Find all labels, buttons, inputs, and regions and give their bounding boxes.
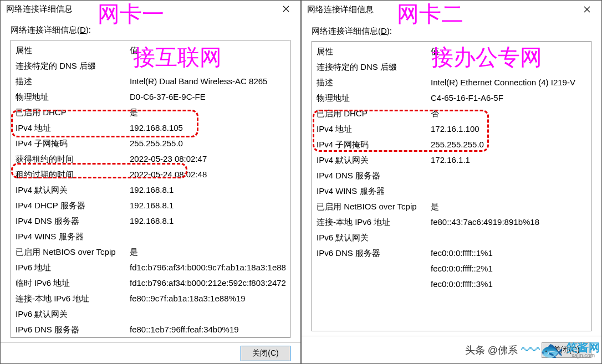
value-cell: 255.255.255.0	[431, 138, 586, 151]
property-cell: 已启用 NetBIOS over Tcpip	[317, 200, 431, 213]
list-row[interactable]: IPv6 默认网关	[312, 230, 591, 245]
list-row[interactable]: IPv4 子网掩码255.255.255.0	[312, 137, 591, 152]
list-row[interactable]: 物理地址C4-65-16-F1-A6-5F	[312, 90, 591, 106]
list-row[interactable]: IPv6 地址fd1c:b796:af34:b000:9c7f:ab1a:18a…	[11, 260, 290, 275]
close-icon	[584, 6, 590, 13]
value-cell: 是	[431, 200, 586, 213]
property-cell: IPv6 DNS 服务器	[317, 247, 431, 260]
value-cell: 172.16.1.100	[431, 122, 586, 136]
list-row[interactable]: fec0:0:0:ffff::3%1	[312, 276, 591, 292]
value-cell: fec0:0:0:ffff::2%1	[431, 262, 586, 275]
dialog-network-details-1: 网络连接详细信息 网络连接详细信息(D): 属性 值 连接特定的 DNS 后缀描…	[0, 0, 301, 364]
value-cell: fe80::9c7f:ab1a:18a3:1e88%19	[130, 292, 285, 305]
value-cell	[130, 59, 285, 73]
list-row[interactable]: 描述Intel(R) Ethernet Connection (4) I219-…	[312, 75, 591, 90]
watermark-text: 头条 @佛系	[465, 344, 518, 357]
list-header-label: 网络连接详细信息(D):	[312, 26, 591, 37]
list-row[interactable]: fec0:0:0:ffff::2%1	[312, 261, 591, 276]
property-cell: IPv4 默认网关	[317, 153, 431, 167]
list-row[interactable]: IPv6 DNS 服务器fe80::1eb7:96ff:feaf:34b0%19	[11, 322, 290, 337]
value-cell: D0-C6-37-6E-9C-FE	[130, 90, 285, 104]
property-cell: IPv4 地址	[16, 121, 130, 135]
list-row[interactable]: 租约过期的时间2022-05-24 08:02:48	[11, 167, 290, 182]
list-row[interactable]: IPv4 WINS 服务器	[11, 229, 290, 244]
list-row[interactable]: IPv6 DNS 服务器fec0:0:0:ffff::1%1	[312, 245, 591, 261]
list-row[interactable]: 已启用 NetBIOS over Tcpip是	[312, 199, 591, 214]
value-cell: 172.16.1.1	[431, 153, 586, 167]
value-cell: 255.255.255.0	[130, 137, 285, 150]
property-cell: IPv4 WINS 服务器	[317, 184, 431, 198]
property-cell: IPv4 DHCP 服务器	[16, 199, 130, 212]
value-cell: Intel(R) Ethernet Connection (4) I219-V	[431, 76, 586, 89]
property-cell: 物理地址	[16, 90, 130, 104]
list-row[interactable]: 获得租约的时间2022-05-23 08:02:47	[11, 151, 290, 167]
list-header-row: 属性 值	[312, 44, 591, 59]
list-row[interactable]: 连接-本地 IPv6 地址fe80::9c7f:ab1a:18a3:1e88%1…	[11, 291, 290, 306]
window-title: 网络连接详细信息	[6, 4, 73, 14]
value-cell: 192.168.8.105	[130, 121, 285, 135]
value-cell: C4-65-16-F1-A6-5F	[431, 91, 586, 105]
value-cell: fe80::1eb7:96ff:feaf:34b0%19	[130, 323, 285, 336]
property-cell: IPv4 子网掩码	[16, 137, 130, 150]
list-row[interactable]: IPv4 地址172.16.1.100	[312, 121, 591, 137]
list-row[interactable]: IPv4 默认网关192.168.8.1	[11, 182, 290, 198]
value-cell: 192.168.8.1	[130, 214, 285, 228]
dialog-network-details-2: 网络连接详细信息 网络连接详细信息(D): 属性 值 连接特定的 DNS 后缀描…	[301, 0, 602, 364]
value-cell: Intel(R) Dual Band Wireless-AC 8265	[130, 75, 285, 88]
list-row[interactable]: IPv4 地址192.168.8.105	[11, 120, 290, 136]
property-cell: 已启用 DHCP	[16, 106, 130, 119]
value-cell	[130, 307, 285, 321]
list-row[interactable]: IPv4 默认网关172.16.1.1	[312, 152, 591, 168]
property-cell: IPv6 默认网关	[317, 231, 431, 244]
list-row[interactable]: IPv4 DHCP 服务器192.168.8.1	[11, 198, 290, 213]
list-row[interactable]: 描述Intel(R) Dual Band Wireless-AC 8265	[11, 74, 290, 89]
value-cell: 2022-05-23 08:02:47	[130, 152, 285, 166]
list-row[interactable]: 临时 IPv6 地址fd1c:b796:af34:b000:212e:592c:…	[11, 275, 290, 291]
list-row[interactable]: 已启用 DHCP是	[11, 105, 290, 120]
property-cell: IPv6 默认网关	[16, 307, 130, 321]
list-row[interactable]: 物理地址D0-C6-37-6E-9C-FE	[11, 89, 290, 105]
titlebar: 网络连接详细信息	[302, 1, 601, 18]
value-cell: fd1c:b796:af34:b000:9c7f:ab1a:18a3:1e88	[130, 261, 285, 274]
list-row[interactable]: 已启用 NetBIOS over Tcpip是	[11, 244, 290, 260]
list-row[interactable]: 连接-本地 IPv6 地址fe80::43:7ac6:4919:891b%18	[312, 214, 591, 230]
close-button[interactable]: 关闭(C)	[241, 346, 290, 361]
list-row[interactable]: 已启用 DHCP否	[312, 106, 591, 121]
column-header-value: 值	[431, 45, 586, 58]
value-cell	[431, 169, 586, 182]
list-row[interactable]: 连接特定的 DNS 后缀	[312, 59, 591, 75]
value-cell	[431, 231, 586, 244]
dialog-content: 网络连接详细信息(D): 属性 值 连接特定的 DNS 后缀描述Intel(R)…	[302, 18, 601, 336]
list-row[interactable]: IPv4 WINS 服务器	[312, 183, 591, 199]
details-listbox[interactable]: 属性 值 连接特定的 DNS 后缀描述Intel(R) Ethernet Con…	[312, 41, 591, 331]
property-cell: 连接-本地 IPv6 地址	[16, 292, 130, 305]
list-row[interactable]: IPv4 DNS 服务器192.168.8.1	[11, 213, 290, 229]
value-cell: 192.168.8.1	[130, 199, 285, 212]
property-cell: IPv6 DNS 服务器	[16, 323, 130, 336]
value-cell: 是	[130, 245, 285, 259]
close-icon	[283, 6, 289, 12]
property-cell: 临时 IPv6 地址	[16, 276, 130, 290]
value-cell	[130, 230, 285, 243]
dialog-footer: 关闭(C)	[1, 342, 300, 363]
property-cell: IPv4 WINS 服务器	[16, 230, 130, 243]
property-cell: 连接特定的 DNS 后缀	[16, 59, 130, 73]
value-cell	[431, 60, 586, 74]
window-close-button[interactable]	[274, 1, 298, 17]
list-row[interactable]: IPv6 默认网关	[11, 306, 290, 322]
dialog-content: 网络连接详细信息(D): 属性 值 连接特定的 DNS 后缀描述Intel(R)…	[1, 17, 300, 342]
window-close-button[interactable]	[575, 1, 599, 18]
property-cell: 已启用 NetBIOS over Tcpip	[16, 245, 130, 259]
property-cell: IPv4 默认网关	[16, 183, 130, 197]
list-row[interactable]: IPv4 子网掩码255.255.255.0	[11, 136, 290, 151]
list-row[interactable]: 连接特定的 DNS 后缀	[11, 58, 290, 74]
column-header-property: 属性	[16, 44, 130, 57]
watermark-fish-icon: 〰🐟	[521, 341, 563, 360]
titlebar: 网络连接详细信息	[1, 1, 300, 17]
value-cell: fec0:0:0:ffff::1%1	[431, 247, 586, 260]
window-title: 网络连接详细信息	[307, 4, 374, 15]
value-cell: fec0:0:0:ffff::3%1	[431, 278, 586, 291]
details-listbox[interactable]: 属性 值 连接特定的 DNS 后缀描述Intel(R) Dual Band Wi…	[11, 40, 290, 338]
list-row[interactable]: IPv4 DNS 服务器	[312, 168, 591, 183]
property-cell: 已启用 DHCP	[317, 107, 431, 120]
